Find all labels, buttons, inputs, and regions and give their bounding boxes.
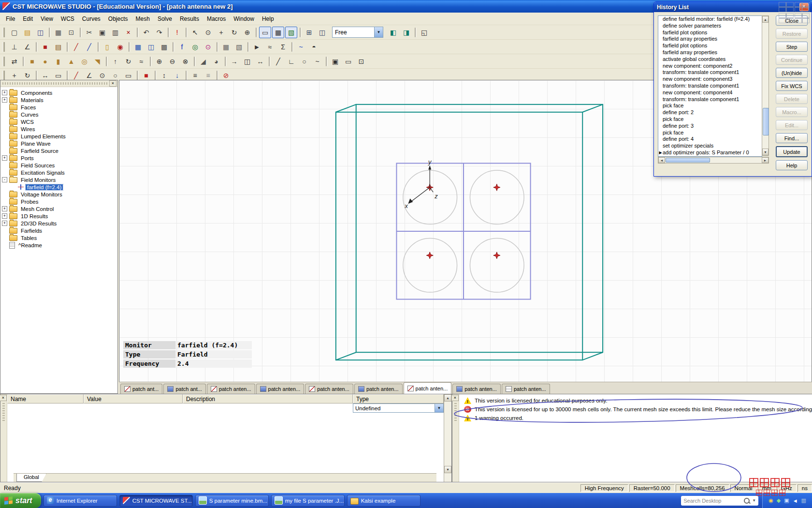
cut-icon[interactable]: ✂ bbox=[83, 27, 95, 38]
view-tab[interactable]: patch anten... bbox=[354, 384, 403, 394]
tree-expander-icon[interactable]: + bbox=[2, 221, 7, 226]
wcs-move-icon[interactable]: + bbox=[8, 70, 20, 81]
view-tab[interactable]: patch anten... bbox=[502, 384, 550, 394]
menu-item[interactable]: Macros bbox=[203, 14, 230, 24]
mode-dropdown[interactable]: Free ▼ bbox=[332, 27, 383, 38]
create-cylinder-icon[interactable]: ▮ bbox=[52, 56, 64, 67]
scroll-up-icon[interactable]: ▲ bbox=[762, 16, 768, 23]
scroll-left-icon[interactable]: ◄ bbox=[658, 157, 665, 163]
align-wcs-icon[interactable]: ∠ bbox=[21, 41, 33, 53]
history-item[interactable]: ▶ transform: translate component1 bbox=[658, 83, 762, 90]
tree-item[interactable]: Voltage Monitors bbox=[0, 191, 117, 198]
history-item[interactable]: ▶ farfield array properties bbox=[658, 36, 762, 43]
new-material-icon[interactable]: ■ bbox=[39, 41, 51, 53]
chevron-down-icon[interactable]: ▼ bbox=[374, 27, 383, 37]
tree-item[interactable]: Probes bbox=[0, 198, 117, 205]
wcs-rotate-icon[interactable]: ↻ bbox=[21, 70, 33, 81]
history-item[interactable]: ▶ define solver parameters bbox=[658, 23, 762, 30]
tree-expander-icon[interactable]: + bbox=[2, 97, 7, 103]
tree-expander-icon[interactable]: + bbox=[2, 155, 7, 161]
curve-pen-icon[interactable]: ╱ bbox=[70, 41, 82, 53]
align-icon[interactable]: ≡ bbox=[189, 70, 201, 81]
toolbar-grip[interactable] bbox=[2, 57, 5, 66]
tree-item[interactable]: Wires bbox=[0, 125, 117, 133]
menu-item[interactable]: Curves bbox=[78, 14, 104, 24]
view-tab[interactable]: patch anten... bbox=[207, 384, 255, 394]
curve-polygon-icon[interactable]: ∟ bbox=[285, 56, 297, 67]
redo-icon[interactable]: ↷ bbox=[153, 27, 165, 38]
toolbar-icon[interactable] bbox=[67, 71, 68, 80]
tree-item[interactable]: Lumped Elements bbox=[0, 133, 117, 140]
start-solver-icon[interactable]: ► bbox=[251, 41, 263, 53]
history-button[interactable]: Update bbox=[776, 146, 808, 157]
create-cone-icon[interactable]: ▲ bbox=[65, 56, 77, 67]
view-tab[interactable]: patch anten... bbox=[305, 384, 353, 394]
view-tab[interactable]: patch ant... bbox=[120, 384, 162, 394]
tree-item[interactable]: Faces bbox=[0, 104, 117, 111]
history-item[interactable]: ▶ pick face bbox=[658, 130, 762, 136]
history-button[interactable]: Delete bbox=[776, 94, 808, 104]
undo-icon[interactable]: ↶ bbox=[140, 27, 152, 38]
tree-item[interactable]: Tables bbox=[0, 234, 117, 241]
select-region-icon[interactable]: ▭ bbox=[259, 27, 271, 38]
menu-item[interactable]: Edit bbox=[19, 14, 37, 24]
toolbar-icon[interactable] bbox=[194, 57, 195, 66]
toolbar-icon[interactable] bbox=[217, 42, 218, 52]
circle-tool-icon[interactable]: ⊙ bbox=[96, 70, 108, 81]
create-sphere-icon[interactable]: ● bbox=[39, 56, 51, 67]
open-file-icon[interactable]: ▤ bbox=[21, 27, 33, 38]
history-item[interactable]: ▶ new component: component2 bbox=[658, 63, 762, 70]
polyline-tool-icon[interactable]: ∠ bbox=[83, 70, 95, 81]
pick-cursor-icon[interactable]: ↖ bbox=[189, 27, 201, 38]
wcs-icon[interactable]: ⊥ bbox=[8, 41, 20, 53]
toolbar-icon[interactable] bbox=[269, 57, 270, 66]
history-item[interactable]: ▶ transform: translate component1 bbox=[658, 96, 762, 103]
waveguide-port-icon[interactable]: ▯ bbox=[101, 41, 113, 53]
toolbar-icon[interactable] bbox=[247, 42, 248, 52]
toolbar-icon[interactable] bbox=[129, 42, 130, 52]
boolean-subtract-icon[interactable]: ⊖ bbox=[166, 56, 178, 67]
panel-drag-handle[interactable] bbox=[2, 403, 5, 422]
history-button[interactable]: Macro... bbox=[776, 107, 808, 117]
volume-icon[interactable]: ◄ bbox=[793, 498, 798, 504]
boolean-add-icon[interactable]: ⊕ bbox=[153, 56, 165, 67]
new-file-icon[interactable]: ▢ bbox=[8, 27, 20, 38]
tree-expander-icon[interactable]: - bbox=[2, 177, 7, 182]
taskbar-app-button[interactable]: CST MICROWAVE ST... bbox=[119, 495, 193, 507]
scroll-right-icon[interactable]: ► bbox=[762, 157, 768, 163]
toolbar-icon[interactable] bbox=[186, 28, 187, 37]
curve-spline-icon[interactable]: ~ bbox=[311, 56, 323, 67]
mesh-view-icon[interactable]: ▦ bbox=[220, 41, 232, 53]
translate-icon[interactable]: → bbox=[228, 56, 240, 67]
history-item[interactable]: ▶ farfield plot options bbox=[658, 30, 762, 36]
taskbar-app-button[interactable]: Kalsi example bbox=[347, 495, 420, 507]
save-icon[interactable]: ◫ bbox=[34, 27, 46, 38]
history-item[interactable]: ▶ add optimizer goals: S Parameter / 0 bbox=[658, 149, 762, 156]
antivirus-icon[interactable]: ◆ bbox=[777, 497, 781, 504]
rotate-profile-icon[interactable]: ↻ bbox=[122, 56, 134, 67]
parameter-scrollbar[interactable]: ▲ ▼ bbox=[444, 394, 451, 482]
tree-item[interactable]: + Ports bbox=[0, 154, 117, 162]
copy-icon[interactable]: ▣ bbox=[96, 27, 108, 38]
loft-icon[interactable]: ≈ bbox=[135, 56, 147, 67]
history-horizontal-scrollbar[interactable]: ◄ ► bbox=[658, 157, 769, 164]
cascade-windows-icon[interactable]: ◫ bbox=[316, 27, 328, 38]
discrete-port-icon[interactable]: ◉ bbox=[114, 41, 126, 53]
tree-item[interactable]: Curves bbox=[0, 111, 117, 118]
background-icon[interactable]: ▩ bbox=[158, 41, 170, 53]
history-button[interactable]: (Un)hide bbox=[776, 68, 808, 78]
history-item[interactable]: ▶ define farfield monitor: farfield (f=2… bbox=[658, 16, 762, 23]
toolbar-icon[interactable] bbox=[137, 28, 138, 37]
chamfer-icon[interactable]: ◢ bbox=[197, 56, 209, 67]
toolbar-icon[interactable] bbox=[326, 57, 327, 66]
toolbar-icon[interactable] bbox=[67, 42, 68, 52]
optimizer-icon[interactable]: ≈ bbox=[264, 41, 276, 53]
toolbar-grip[interactable] bbox=[2, 42, 5, 52]
view-tab[interactable]: patch anten... bbox=[452, 384, 501, 394]
menu-item[interactable]: View bbox=[37, 14, 57, 24]
tree-item[interactable]: Excitation Signals bbox=[0, 169, 117, 176]
create-wedge-icon[interactable]: ◥ bbox=[91, 56, 103, 67]
working-plane-icon[interactable]: ▧ bbox=[285, 27, 297, 38]
search-icon[interactable] bbox=[744, 498, 750, 504]
tree-item[interactable]: - Field Monitors bbox=[0, 176, 117, 183]
